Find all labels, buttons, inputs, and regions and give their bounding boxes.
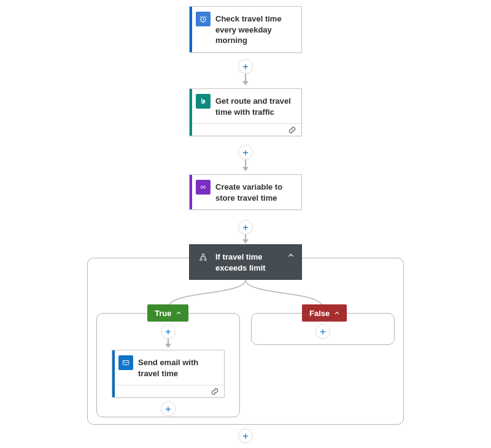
accent-bar: [112, 350, 115, 397]
chevron-up-icon: [175, 309, 182, 317]
flow-canvas: Check travel time every weekday morning …: [0, 0, 491, 448]
branch-label: True: [155, 309, 171, 318]
connector-arrow: [168, 339, 169, 347]
add-step-button[interactable]: +: [161, 324, 176, 339]
link-icon: [211, 387, 219, 396]
connector-arrow: [245, 160, 246, 171]
step-condition[interactable]: If travel time exceeds limit: [189, 244, 302, 280]
add-step-button[interactable]: +: [161, 401, 176, 416]
step-email[interactable]: Send email with travel time: [112, 350, 225, 398]
true-branch-header[interactable]: True: [147, 304, 188, 322]
condition-icon: [196, 250, 211, 265]
bing-icon: [196, 94, 211, 109]
svg-rect-1: [202, 254, 204, 255]
card-footer: [190, 123, 301, 136]
chevron-up-icon: [333, 309, 341, 317]
add-step-button[interactable]: +: [315, 324, 330, 339]
step-trigger[interactable]: Check travel time every weekday morning: [189, 6, 302, 53]
step-variable[interactable]: Create variable to store travel time: [189, 174, 302, 210]
branch-label: False: [309, 309, 330, 318]
step-label: Send email with travel time: [138, 355, 218, 379]
add-step-button[interactable]: +: [238, 59, 253, 74]
chevron-up-icon[interactable]: [287, 251, 295, 260]
connector-arrow: [245, 74, 246, 85]
add-step-button[interactable]: +: [238, 220, 253, 234]
variable-icon: [196, 180, 211, 195]
card-footer: [112, 385, 224, 397]
accent-bar: [190, 89, 192, 136]
outlook-icon: [118, 355, 133, 370]
alarm-clock-icon: [196, 12, 211, 26]
false-branch-header[interactable]: False: [302, 304, 347, 322]
link-icon: [288, 126, 296, 134]
accent-bar: [190, 175, 192, 209]
step-label: Create variable to store travel time: [215, 180, 295, 203]
add-step-button[interactable]: +: [238, 428, 253, 443]
add-step-button[interactable]: +: [238, 145, 253, 160]
step-route[interactable]: Get route and travel time with traffic: [189, 88, 302, 136]
svg-rect-3: [204, 259, 207, 260]
connector-arrow: [245, 234, 246, 243]
svg-rect-2: [200, 259, 203, 260]
accent-bar: [190, 7, 192, 52]
step-label: If travel time exceeds limit: [215, 250, 295, 273]
step-label: Get route and travel time with traffic: [215, 94, 295, 117]
step-label: Check travel time every weekday morning: [215, 12, 295, 46]
svg-rect-4: [123, 361, 128, 365]
